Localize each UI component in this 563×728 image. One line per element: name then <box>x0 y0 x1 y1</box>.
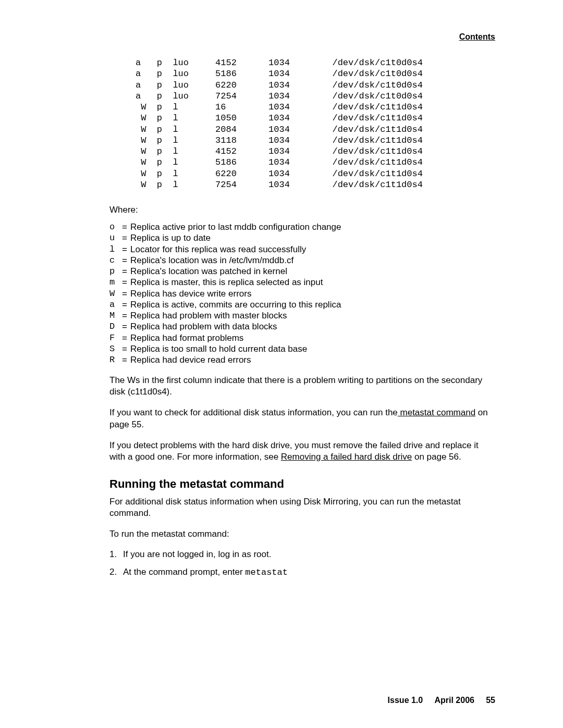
contents-link[interactable]: Contents <box>459 32 495 42</box>
legend-row: W=Replica has device write errors <box>109 288 495 299</box>
legend-row: M=Replica had problem with master blocks <box>109 310 495 321</box>
document-page: Contents a p luo 4152 1034 /dev/dsk/c1t0… <box>0 0 563 728</box>
section-heading: Running the metastat command <box>109 477 495 491</box>
removing-failed-drive-link[interactable]: Removing a failed hard disk drive <box>281 452 412 462</box>
legend-description: Replica had problem with master blocks <box>130 310 495 321</box>
page-footer: Issue 1.0 April 2006 55 <box>388 696 495 705</box>
command-output-block: a p luo 4152 1034 /dev/dsk/c1t0d0s4 a p … <box>136 57 495 190</box>
legend-equals: = <box>119 244 130 255</box>
legend-code: D <box>109 321 119 332</box>
paragraph: For additional disk status information w… <box>109 496 495 519</box>
legend-code: F <box>109 332 119 343</box>
legend-equals: = <box>119 321 130 332</box>
legend-code: l <box>109 244 119 255</box>
legend-code: a <box>109 299 119 310</box>
text: At the command prompt, enter <box>123 567 245 577</box>
legend-code: R <box>109 354 119 365</box>
legend-equals: = <box>119 277 130 288</box>
legend-row: p=Replica's location was patched in kern… <box>109 266 495 277</box>
legend-list: o=Replica active prior to last mddb conf… <box>109 221 495 365</box>
legend-code: o <box>109 221 119 232</box>
paragraph: If you detect problems with the hard dis… <box>109 440 495 463</box>
legend-row: o=Replica active prior to last mddb conf… <box>109 221 495 232</box>
legend-description: Replica is master, this is replica selec… <box>130 277 495 288</box>
legend-description: Replica had format problems <box>130 332 495 343</box>
legend-description: Replica's location was patched in kernel <box>130 266 495 277</box>
legend-row: R=Replica had device read errors <box>109 354 495 365</box>
legend-code: u <box>109 232 119 243</box>
steps-list: 1.If you are not logged in, log in as ro… <box>109 549 495 577</box>
legend-equals: = <box>119 299 130 310</box>
legend-equals: = <box>119 232 130 243</box>
legend-row: D=Replica had problem with data blocks <box>109 321 495 332</box>
legend-row: c=Replica's location was in /etc/lvm/mdd… <box>109 255 495 266</box>
legend-row: u=Replica is up to date <box>109 232 495 243</box>
where-heading: Where: <box>109 205 495 215</box>
legend-code: p <box>109 266 119 277</box>
legend-description: Replica had problem with data blocks <box>130 321 495 332</box>
legend-row: l=Locator for this replica was read succ… <box>109 244 495 255</box>
paragraph: If you want to check for additional disk… <box>109 407 495 430</box>
text: on page 56. <box>412 452 461 462</box>
footer-issue: Issue 1.0 <box>388 696 423 705</box>
footer-date: April 2006 <box>434 696 474 705</box>
legend-equals: = <box>119 221 130 232</box>
legend-equals: = <box>119 332 130 343</box>
legend-equals: = <box>119 354 130 365</box>
legend-row: F=Replica had format problems <box>109 332 495 343</box>
step-number: 1. <box>109 549 123 560</box>
paragraph: To run the metastat command: <box>109 528 495 540</box>
metastat-command-link[interactable]: metastat command <box>398 408 475 417</box>
legend-description: Locator for this replica was read succes… <box>130 244 495 255</box>
legend-description: Replica's location was in /etc/lvm/mddb.… <box>130 255 495 266</box>
legend-equals: = <box>119 266 130 277</box>
legend-equals: = <box>119 288 130 299</box>
step-text: If you are not logged in, log in as root… <box>123 549 495 560</box>
step-text: At the command prompt, enter metastat <box>123 567 495 577</box>
legend-code: m <box>109 277 119 288</box>
legend-description: Replica active prior to last mddb config… <box>130 221 495 232</box>
legend-row: a=Replica is active, commits are occurri… <box>109 299 495 310</box>
legend-description: Replica is up to date <box>130 232 495 243</box>
legend-row: m=Replica is master, this is replica sel… <box>109 277 495 288</box>
legend-code: M <box>109 310 119 321</box>
step-number: 2. <box>109 567 123 577</box>
legend-description: Replica is active, commits are occurring… <box>130 299 495 310</box>
legend-description: Replica has device write errors <box>130 288 495 299</box>
step-row: 1.If you are not logged in, log in as ro… <box>109 549 495 560</box>
paragraph: The Ws in the first column indicate that… <box>109 375 495 398</box>
legend-description: Replica had device read errors <box>130 354 495 365</box>
legend-equals: = <box>119 310 130 321</box>
legend-equals: = <box>119 343 130 354</box>
footer-page: 55 <box>486 696 495 705</box>
legend-row: S=Replica is too small to hold current d… <box>109 343 495 354</box>
legend-description: Replica is too small to hold current dat… <box>130 343 495 354</box>
legend-code: S <box>109 343 119 354</box>
legend-code: c <box>109 255 119 266</box>
step-row: 2.At the command prompt, enter metastat <box>109 567 495 577</box>
command-code: metastat <box>245 567 288 577</box>
legend-code: W <box>109 288 119 299</box>
text: If you want to check for additional disk… <box>109 408 398 417</box>
legend-equals: = <box>119 255 130 266</box>
